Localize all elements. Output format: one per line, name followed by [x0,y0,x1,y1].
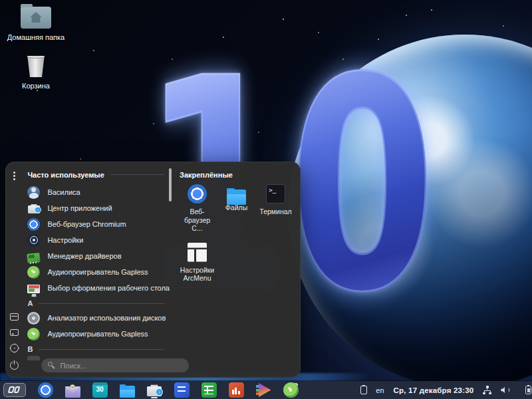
section-header: В [27,343,164,355]
gapless-icon [27,266,40,279]
menu-pinned-panel: Закреплённые Веб-браузер C...ФайлыТермин… [170,162,300,377]
appearance-icon [27,285,40,293]
desktop-icon-trash[interactable]: Корзина [22,55,50,90]
display-icon [10,329,19,336]
menu-sidebar [6,162,23,377]
section-letter: А [27,299,33,307]
desktop-icon-label: Корзина [22,82,50,90]
pinned-item[interactable]: Терминал [257,184,295,233]
menu-item-label: Менеджер драйверов [47,252,121,260]
menu-item[interactable]: Веб-браузер Chromium [26,216,170,232]
pinned-item[interactable]: Файлы [217,184,255,233]
taskbar: 30 en Ср, 17 декабря 23:30 [0,381,532,399]
generic-icon [27,356,40,360]
search-input[interactable]: Поиск... [41,358,189,372]
dock-sheets[interactable] [201,382,217,398]
menu-item-label: Аудиопроигрыватель Gapless [47,268,148,276]
disk-analyzer-icon [27,312,40,325]
files-icon [227,190,246,205]
search-placeholder: Поиск... [60,362,86,370]
docs-icon [174,382,190,398]
menu-item-label: Василиса [47,188,80,196]
trash-icon [27,55,46,77]
network-icon[interactable] [483,386,491,394]
chromium-icon [188,184,207,203]
user-avatar-icon [27,186,40,199]
sidebar-archive-box-button[interactable] [10,313,19,320]
section-letter: В [27,345,33,353]
dock-arcmenu-button[interactable] [3,383,26,397]
gapless-icon [27,328,40,340]
desktop-icon-home[interactable]: Домашняя папка [7,7,65,41]
frequent-header-label: Часто используемые [27,171,104,179]
menu-app-list: Часто используемые ВасилисаЦентр приложе… [23,162,170,377]
desktop-icon-label: Домашняя папка [7,33,65,41]
dock-gapless[interactable] [283,382,299,398]
home-folder-icon [21,7,51,29]
frequent-header: Часто используемые [27,170,164,180]
menu-item[interactable]: Василиса [26,184,170,200]
settings-icon [27,234,40,247]
pinned-item[interactable]: Веб-браузер C... [178,184,216,233]
battery-icon[interactable] [525,386,531,394]
pinned-header: Закреплённые [180,170,289,180]
sidebar-power-button[interactable] [10,361,19,370]
drivers-icon [27,253,41,263]
media-player-icon [256,382,271,398]
gapless-icon [283,382,299,398]
system-tray: en Ср, 17 декабря 23:30 [360,386,532,394]
clipboard-icon[interactable] [360,386,367,394]
dock-media-player[interactable] [255,382,271,398]
chromium-icon [27,218,40,231]
menu-item-label: Центр приложений [47,204,112,212]
archive-box-icon [10,313,19,321]
pinned-item-label: Веб-браузер C... [178,207,216,233]
dock-slides[interactable] [228,382,244,398]
pinned-item-label: Терминал [259,207,291,216]
menu-item-label: Выбор оформления рабочего стола [47,284,170,292]
sidebar-display-button[interactable] [10,329,19,335]
dock-chromium[interactable] [37,382,53,398]
dock-calendar[interactable]: 30 [92,382,108,398]
section-header: А [27,297,164,309]
arcmenu-settings-icon [188,243,207,262]
menu-item[interactable]: Выбор оформления рабочего стола [26,280,170,296]
arcmenu-panel: Часто используемые ВасилисаЦентр приложе… [5,162,301,378]
menu-item[interactable]: Центр приложений [26,200,170,216]
desktop-icons: Домашняя папка Корзина [4,7,68,90]
pinned-item-label: Настройки ArcMenu [178,266,216,283]
pinned-header-label: Закреплённые [180,171,233,179]
arcmenu-icon [8,385,22,395]
menu-item[interactable]: Анализатор использования дисков [26,310,170,326]
running-indicator [151,397,158,398]
app-center-icon [27,202,40,215]
clock[interactable]: Ср, 17 декабря 23:30 [394,386,474,394]
menu-item[interactable]: Менеджер драйверов [26,248,170,264]
menu-item[interactable]: Аудиопроигрыватель Gapless [26,326,170,342]
divider [39,349,164,350]
kebab-menu-icon[interactable] [13,172,15,174]
search-icon [48,362,55,369]
menu-item-label: Аудиопроигрыватель Gapless [47,330,148,338]
house-glyph [29,11,43,25]
dock-files[interactable] [119,382,135,398]
divider [39,303,164,304]
dock-docs[interactable] [174,382,190,398]
gear-icon [10,344,19,352]
pinned-item[interactable]: Настройки ArcMenu [178,243,216,283]
dock-app-center[interactable] [146,382,162,398]
menu-item-label: Настройки [47,236,83,244]
divider [110,174,164,175]
app-center-icon [147,382,162,398]
dock-mail[interactable] [65,382,80,398]
keyboard-layout-indicator[interactable]: en [376,386,384,394]
slides-icon [229,382,244,398]
calendar-icon: 30 [92,382,108,398]
desktop: 10 Домашняя папка Корзина Часто использу… [0,0,532,399]
menu-item[interactable]: Аудиопроигрыватель Gapless [26,264,170,280]
chromium-icon [38,382,53,398]
sidebar-gear-button[interactable] [10,344,19,352]
volume-icon[interactable] [501,386,509,394]
scrollbar[interactable] [169,168,172,201]
menu-item[interactable]: Настройки [26,232,170,248]
